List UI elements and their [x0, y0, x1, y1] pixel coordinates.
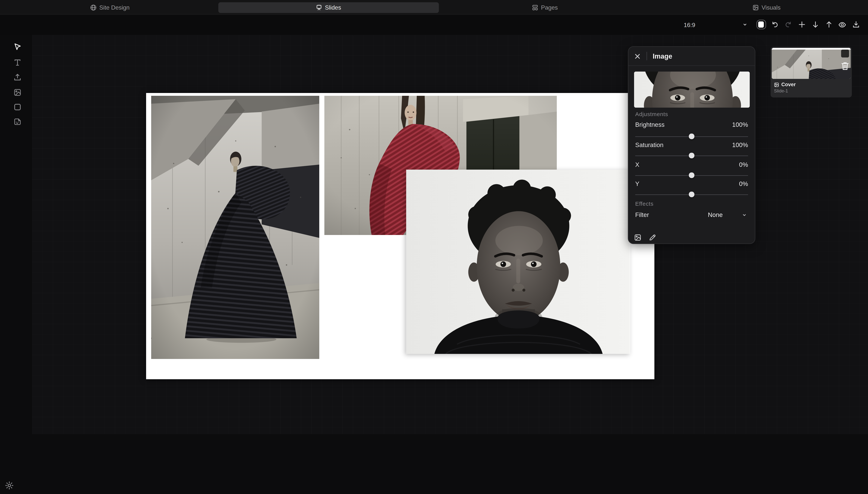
slider-handle[interactable] — [689, 153, 694, 158]
cursor-icon — [14, 43, 21, 51]
top-tab-bar: Site Design Slides Pages Visuals — [0, 0, 868, 15]
settings-button[interactable] — [4, 481, 14, 490]
slider-label: Saturation — [635, 141, 664, 149]
text-tool-button[interactable] — [13, 57, 22, 68]
layout-icon — [532, 4, 538, 11]
thumbnail-title: Cover — [781, 82, 796, 87]
sticker-tool-button[interactable] — [13, 116, 22, 127]
effects-section-label: Effects — [635, 200, 654, 207]
swatch-fill-white — [758, 22, 764, 28]
close-icon — [635, 53, 640, 59]
slide-thumbnail-card[interactable]: Cover Slide-1 — [771, 47, 852, 97]
panel-title: Image — [653, 52, 672, 60]
image-properties-panel: Image Adjustments Brightness 100% Satura… — [628, 46, 755, 244]
upload-icon — [14, 73, 21, 81]
panel-header: Image — [629, 47, 755, 66]
close-panel-button[interactable] — [629, 46, 647, 66]
image-icon — [634, 234, 641, 241]
slider-value: 100% — [732, 121, 748, 129]
globe-icon — [90, 4, 96, 11]
canvas-toolbar: 16:9 — [0, 15, 868, 35]
replace-image-button[interactable] — [633, 233, 642, 242]
aspect-ratio-value: 16:9 — [684, 21, 695, 28]
tab-label: Pages — [541, 4, 558, 11]
x-offset-row: X 0% — [635, 161, 748, 169]
arrow-up-icon — [825, 21, 832, 28]
tab-site-design[interactable]: Site Design — [90, 0, 130, 15]
slide-image-portrait-closeup-bw[interactable] — [406, 170, 630, 354]
move-down-button[interactable] — [808, 15, 822, 35]
slider-value: 0% — [739, 161, 748, 169]
image-icon — [14, 88, 21, 96]
sticker-icon — [14, 118, 21, 126]
slider-label: Brightness — [635, 121, 665, 129]
brightness-row: Brightness 100% — [635, 121, 748, 129]
image-icon — [774, 82, 779, 87]
presentation-icon — [316, 4, 322, 11]
plus-icon — [798, 21, 806, 28]
upload-tool-button[interactable] — [13, 72, 22, 82]
image-preview[interactable] — [634, 72, 750, 108]
thumbnail-subtitle: Slide-1 — [774, 89, 788, 94]
tab-label: Site Design — [99, 4, 130, 11]
image-tool-button[interactable] — [13, 87, 22, 97]
app-window: Site Design Slides Pages Visuals 16:9 — [0, 0, 868, 494]
undo-button[interactable] — [768, 15, 781, 35]
slider-value: 100% — [732, 141, 748, 149]
slider-handle[interactable] — [689, 192, 694, 197]
slide-image-model-pleated-gown-bw[interactable] — [151, 96, 319, 359]
tab-slides[interactable]: Slides — [218, 2, 439, 13]
thumbnail-title-row: Cover — [774, 81, 796, 88]
add-button[interactable] — [795, 15, 808, 35]
filter-row: Filter None — [635, 210, 748, 219]
y-offset-slider[interactable] — [635, 190, 748, 198]
filter-dropdown[interactable]: None — [694, 210, 737, 219]
slide-artboard[interactable] — [146, 93, 655, 379]
trash-icon — [841, 51, 849, 79]
chevron-down-icon — [742, 22, 747, 27]
y-offset-row: Y 0% — [635, 180, 748, 188]
tab-visuals[interactable]: Visuals — [753, 0, 781, 15]
tab-pages[interactable]: Pages — [532, 0, 558, 15]
panel-footer — [633, 233, 657, 242]
x-offset-slider[interactable] — [635, 171, 748, 179]
visuals-icon — [753, 4, 759, 11]
redo-icon — [784, 21, 792, 28]
tab-label: Visuals — [762, 4, 781, 11]
undo-icon — [771, 21, 778, 28]
shape-tool-button[interactable] — [13, 102, 22, 112]
edit-image-button[interactable] — [648, 233, 657, 242]
saturation-slider[interactable] — [635, 152, 748, 159]
text-icon — [14, 58, 21, 66]
slider-handle[interactable] — [689, 172, 694, 178]
eye-icon — [838, 21, 846, 29]
saturation-row: Saturation 100% — [635, 141, 748, 149]
header-divider — [647, 52, 647, 60]
download-icon — [852, 21, 860, 28]
move-up-button[interactable] — [822, 15, 835, 35]
fill-color-swatch[interactable] — [754, 15, 768, 35]
slider-label: Y — [635, 180, 639, 188]
download-button[interactable] — [849, 15, 863, 35]
preview-button[interactable] — [835, 15, 849, 35]
select-tool-button[interactable] — [13, 42, 22, 52]
delete-slide-button[interactable] — [841, 50, 849, 57]
slider-value: 0% — [739, 180, 748, 188]
slider-label: X — [635, 161, 639, 169]
adjustments-section-label: Adjustments — [635, 111, 668, 118]
swatch-ring — [756, 20, 766, 30]
arrow-down-icon — [812, 21, 819, 28]
slider-handle[interactable] — [689, 134, 694, 139]
gear-icon — [4, 481, 14, 490]
chevron-down-icon[interactable] — [742, 212, 747, 217]
redo-button[interactable] — [781, 15, 795, 35]
square-icon — [14, 103, 21, 111]
pencil-icon — [649, 234, 656, 241]
tab-label: Slides — [325, 4, 341, 11]
filter-label: Filter — [635, 210, 649, 219]
brightness-slider[interactable] — [635, 132, 748, 140]
aspect-ratio-dropdown[interactable]: 16:9 — [680, 15, 752, 35]
slide-thumbnail-image[interactable] — [772, 48, 851, 79]
